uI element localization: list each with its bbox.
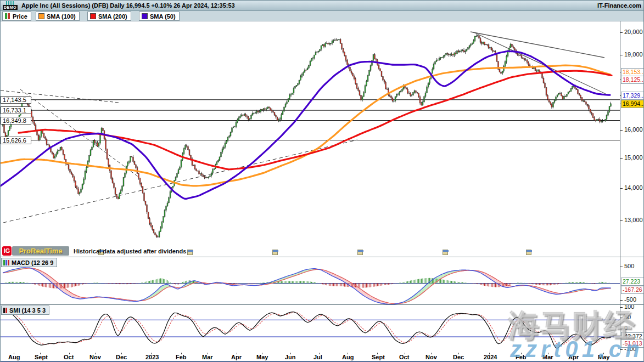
data-provider-label: IT-Finance.com [597,2,641,9]
macd-indicator-panel[interactable] [1,257,620,304]
panel-separator[interactable] [1,304,644,305]
month-label: 2024 [484,354,497,360]
axis-label: 500 [624,263,634,269]
axis-tick [620,267,623,267]
price-level-box[interactable]: 16,349.8 [1,117,31,125]
macd-settings-button[interactable]: MACD (12 26 9 [1,258,57,267]
month-label: May [256,354,268,360]
legend-label: SMA (200) [98,13,127,20]
axis-label: 19,000 [624,51,643,58]
smi-icon [3,308,7,313]
month-label: Feb [176,354,187,360]
axis-label: 15,000 [624,154,643,161]
prorealtime-logo[interactable]: ProRealTime [12,246,69,256]
month-label: 2023 [145,354,159,360]
title-bar: DEMO Apple Inc (All Sessions) (DFB) Dail… [1,1,644,11]
last-value-box: 17,329.. [621,92,644,100]
month-label: Aug [8,354,20,360]
axis-tick [620,307,623,308]
last-value-box: 18,125.. [621,76,644,84]
macd-label: MACD (12 26 9 [12,259,53,266]
sma100-legend-icon [38,13,44,19]
sma200-legend-icon [90,13,96,19]
month-label: Oct [64,354,74,360]
legend-label: Price [13,13,27,20]
axis-label: 16,000 [624,126,643,133]
axis-tick [620,220,623,221]
month-label: Jun [285,354,296,360]
legend-bar: Price SMA (100) SMA (200) SMA (50) [1,11,644,21]
axis-label: 0 [624,325,628,331]
smi-settings-button[interactable]: SMI (14 3 5 3 [1,306,49,315]
macd-icon [3,260,9,265]
month-label: Nov [425,354,437,360]
legend-label: SMA (50) [150,13,176,20]
panel-separator[interactable] [1,257,644,257]
axis-label: 50 [624,314,631,320]
axis-tick [620,158,623,159]
month-label: Mar [202,354,213,360]
smi-line [3,308,611,348]
axis-tick [620,318,623,318]
axis-label: -500 [624,296,636,303]
dividend-calendar-icon[interactable] [272,250,278,255]
axis-tick [620,329,623,329]
legend-button-sma200[interactable]: SMA (200) [87,12,131,21]
axis-tick [620,300,623,301]
sma50-line[interactable] [1,51,610,199]
smi-signal-line [3,308,611,346]
smi-indicator-panel[interactable] [1,304,620,353]
month-label: Aug [342,354,354,360]
price-axis[interactable]: 20,00019,00016,00015,00014,00013,00018,1… [620,21,644,353]
last-value-box: 16,994.. [621,100,644,108]
month-label: Nov [89,354,101,360]
legend-label: SMA (100) [47,13,76,20]
month-label: Oct [399,354,409,360]
axis-tick [620,55,623,55]
month-label: Jul [313,354,322,360]
ig-logo[interactable]: IG [2,246,12,256]
price-legend-icon [5,13,10,19]
month-label: Sept [372,354,385,360]
axis-tick [620,130,623,131]
mini-chart-icon [6,1,15,5]
price-level-box[interactable]: 17,143.5 [1,96,31,104]
month-label: Dec [116,354,127,360]
month-label: Apr [568,354,579,360]
axis-tick [620,188,623,189]
legend-button-price[interactable]: Price [2,12,31,21]
dividend-calendar-icon[interactable] [443,250,448,255]
axis-tick [620,349,623,350]
dividend-calendar-icon[interactable] [357,250,363,255]
time-axis[interactable]: AugSeptOctNovDec2023FebMarAprMayJunJulAu… [1,353,644,361]
price-level-box[interactable]: 16,733.1 [1,106,31,114]
legend-button-sma50[interactable]: SMA (50) [139,12,180,21]
price-level-box[interactable]: 15,626.6 [1,137,31,144]
dividend-calendar-icon[interactable] [526,250,531,255]
month-label: Sept [35,354,48,360]
month-label: May [598,354,609,360]
axis-label: 13,000 [624,217,643,223]
last-value-box: 18,153.. [621,68,644,76]
candlestick-series[interactable] [2,35,612,239]
dividend-adjustment-note: Historical data adjusted after dividends [74,248,186,254]
month-label: Apr [231,354,242,360]
main-price-chart[interactable] [1,21,620,257]
last-value-box: -167.26 [621,286,644,294]
last-value-box: -51.013 [621,340,644,348]
instrument-title: Apple Inc (All Sessions) (DFB) Daily 16,… [21,2,235,9]
smi-label: SMI (14 3 5 3 [9,307,46,314]
demo-badge: DEMO [3,5,18,10]
trading-app-window: DEMO Apple Inc (All Sessions) (DFB) Dail… [0,0,644,362]
demo-account-indicator: DEMO [3,1,19,11]
sma50-legend-icon [142,13,148,19]
last-value-box: 27.223 [621,278,644,286]
axis-label: 20,000 [624,29,643,35]
axis-label: 14,000 [624,184,643,191]
month-label: Dec [453,354,464,360]
dividend-calendar-icon[interactable] [187,250,193,255]
legend-button-sma100[interactable]: SMA (100) [36,12,80,21]
sma100-line[interactable] [1,65,610,186]
trend-line[interactable] [471,32,604,58]
macd-signal-line [3,268,611,304]
